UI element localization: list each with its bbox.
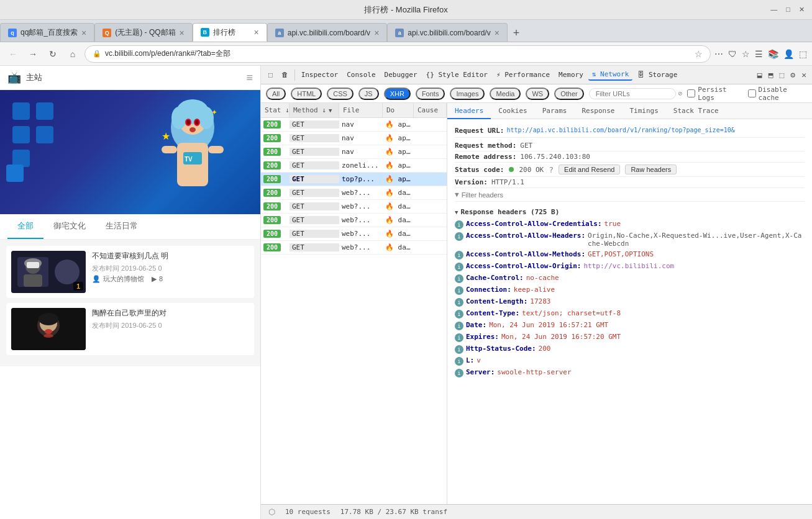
detail-tab-params[interactable]: Params (535, 103, 575, 119)
bilibili-menu-icon[interactable]: ≡ (246, 71, 253, 84)
table-row[interactable]: 200 GET top?p... 🔥 ap...xhr (261, 173, 447, 186)
menu-icon[interactable]: ☰ (755, 49, 763, 59)
devtools-trash-btn[interactable]: 🗑 (278, 70, 292, 80)
raw-headers-button[interactable]: Raw headers (625, 165, 677, 174)
video-meta-1: 发布时间 2019-06-25 0 (92, 264, 249, 273)
disable-cache-checkbox[interactable] (748, 89, 756, 97)
remote-address-line: Remote address: 106.75.240.103:80 (455, 151, 805, 163)
tab-ranking[interactable]: B 排行榜 × (193, 23, 267, 42)
net-filter-xhr[interactable]: XHR (384, 88, 411, 100)
forward-button[interactable]: → (25, 46, 41, 62)
col-header-domain[interactable]: Do (383, 103, 414, 117)
nav-all[interactable]: 全部 (7, 214, 43, 239)
header-info-icon: i (455, 310, 463, 318)
net-filter-other[interactable]: Other (554, 88, 584, 100)
dt-tab-memory[interactable]: Memory (555, 70, 587, 80)
remote-address-label: Remote address: (455, 153, 516, 161)
devtools-responsive-icon[interactable]: ⬚ (799, 49, 807, 59)
filter-urls-input[interactable] (589, 88, 676, 99)
table-row[interactable]: 200 GET nav 🔥 ap...xhr (261, 145, 447, 159)
col-header-method[interactable]: Method ↓ ▼ (290, 103, 339, 117)
tab-close-qq-mail2[interactable]: × (180, 29, 185, 37)
net-filter-images[interactable]: Images (450, 88, 485, 100)
disable-cache-label[interactable]: Disable cache (748, 86, 807, 102)
table-row[interactable]: 200 GET web?... 🔥 da...xhr (261, 227, 447, 241)
nav-life[interactable]: 生活日常 (96, 214, 148, 239)
home-button[interactable]: ⌂ (65, 46, 81, 62)
tab-close-qq-mail[interactable]: × (81, 29, 86, 37)
net-filter-ws[interactable]: WS (526, 88, 549, 100)
video-thumb-2 (11, 308, 86, 350)
video-item-1[interactable]: 1 不知道要审核到几点 明 发布时间 2019-06-25 0 👤 玩大的博物馆… (6, 246, 254, 298)
close-button[interactable]: ✕ (799, 6, 805, 14)
detail-tab-headers[interactable]: Headers (447, 103, 491, 119)
dt-tab-style-editor[interactable]: {} Style Editor (422, 70, 491, 80)
tab-qq-mail2[interactable]: Q (无主题) - QQ邮箱 × (94, 23, 193, 42)
detail-tab-stack-trace[interactable]: Stack Trace (666, 103, 726, 119)
dt-tab-storage[interactable]: 🗄 Storage (634, 70, 681, 80)
tab-api1[interactable]: a api.vc.bilibili.com/board/v × (267, 23, 388, 42)
svg-point-10 (186, 120, 190, 125)
svg-rect-7 (208, 146, 224, 153)
views-icon: ▶ (152, 275, 157, 283)
dt-tab-network[interactable]: ⇅ Network (588, 69, 633, 81)
detail-tab-response[interactable]: Response (574, 103, 622, 119)
svg-point-27 (39, 313, 58, 325)
dt-tab-inspector[interactable]: Inspector (298, 70, 342, 80)
url-bar[interactable]: 🔒 vc.bilibili.com/p/eden/rank#/?tab=全部 ☆ (84, 45, 711, 63)
dt-split-icon[interactable]: ⬓ (755, 68, 764, 81)
new-tab-button[interactable]: + (508, 24, 525, 42)
table-row[interactable]: 200 GET web?... 🔥 da...xhr (261, 200, 447, 214)
filter-headers-input[interactable] (462, 191, 805, 199)
table-row[interactable]: 200 GET zoneli... 🔥 ap...xhr (261, 159, 447, 173)
dt-close-dt-icon[interactable]: ✕ (800, 68, 808, 81)
nav-otaku[interactable]: 御宅文化 (43, 214, 96, 239)
dt-tab-console[interactable]: Console (343, 70, 379, 80)
extensions-icon[interactable]: ⋯ (714, 49, 723, 59)
maximize-button[interactable]: □ (786, 6, 790, 14)
bookmark-star-icon[interactable]: ☆ (695, 49, 703, 59)
net-filter-css[interactable]: CSS (327, 88, 354, 100)
table-row[interactable]: 200 GET web?... 🔥 da...xhr (261, 186, 447, 200)
status-help-icon[interactable]: ? (549, 165, 554, 174)
library-icon[interactable]: 📚 (768, 49, 778, 59)
net-filter-media[interactable]: Media (490, 88, 521, 100)
reload-button[interactable]: ↻ (45, 46, 61, 62)
minimize-button[interactable]: — (770, 6, 777, 14)
edit-and-resend-button[interactable]: Edit and Resend (559, 165, 620, 174)
bookmarks-icon[interactable]: ☆ (742, 49, 750, 59)
col-header-cause[interactable]: Cause (414, 103, 447, 117)
tab-close-api2[interactable]: × (495, 29, 500, 37)
persist-logs-label[interactable]: Persist Logs (687, 86, 742, 102)
back-button[interactable]: ← (5, 46, 21, 62)
window-title: 排行榜 - Mozilla Firefox (364, 4, 447, 16)
dt-tab-debugger[interactable]: Debugger (381, 70, 421, 80)
response-headers-title[interactable]: ▼ Response headers (725 B) (455, 205, 805, 219)
dt-separate-icon[interactable]: ⬚ (778, 68, 787, 81)
net-filter-all[interactable]: All (266, 88, 286, 100)
shield-icon[interactable]: 🛡 (728, 49, 737, 59)
video-item-2[interactable]: 陶醉在自己歌声里的对 发布时间 2019-06-25 0 (6, 303, 254, 355)
col-header-file[interactable]: File (339, 103, 383, 117)
col-header-status[interactable]: Stat ↓ (261, 103, 290, 117)
table-row[interactable]: 200 GET nav 🔥 ap...xhr (261, 132, 447, 145)
persist-logs-checkbox[interactable] (687, 89, 695, 97)
detail-tab-cookies[interactable]: Cookies (491, 103, 534, 119)
dt-split2-icon[interactable]: ⬒ (767, 68, 775, 81)
dt-tab-performance[interactable]: ⚡ Performance (493, 70, 554, 80)
net-filter-js[interactable]: JS (358, 88, 379, 100)
table-row[interactable]: 200 GET web?... 🔥 da...xhr (261, 214, 447, 227)
table-row[interactable]: 200 GET web?... 🔥 da...xhr (261, 241, 447, 255)
tab-api2[interactable]: a api.vc.bilibili.com/board/v × (387, 23, 508, 42)
dt-settings-icon[interactable]: ⚙ (788, 68, 797, 81)
filter-regex-icon[interactable]: ⊘ (678, 89, 683, 97)
tab-close-api1[interactable]: × (374, 29, 379, 37)
tab-qq-mail[interactable]: q qq邮箱_百度搜索 × (0, 23, 94, 42)
table-row[interactable]: 200 GET nav 🔥 ap...xhr (261, 118, 447, 132)
detail-tab-timings[interactable]: Timings (622, 103, 665, 119)
sync-icon[interactable]: 👤 (783, 49, 794, 59)
tab-close-ranking[interactable]: × (254, 28, 259, 37)
net-filter-fonts[interactable]: Fonts (416, 88, 445, 100)
devtools-responsive-btn[interactable]: ⬚ (265, 70, 276, 80)
net-filter-html[interactable]: HTML (291, 88, 322, 100)
